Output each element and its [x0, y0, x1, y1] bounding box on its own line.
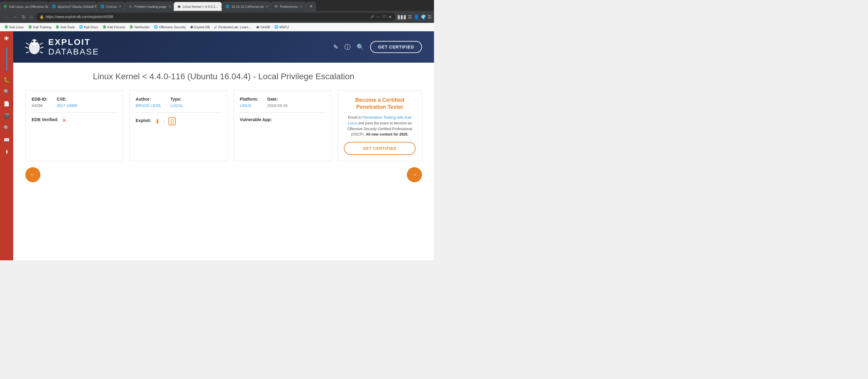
sidebar-icon-bug[interactable]: 🐛 [2, 75, 11, 84]
tab-close-kernel[interactable]: ✕ [266, 4, 269, 9]
bookmark-ghdb[interactable]: 🕷 GHDB [254, 25, 272, 30]
left-sidebar: 🕷 🐛 🔍 📄 🎬 🔍 📖 ⬆ [0, 31, 13, 260]
platform-label: Platform: [240, 97, 258, 101]
raw-icon[interactable]: {} [168, 117, 176, 125]
bookmark-label-nethunter: NetHunter [134, 25, 150, 29]
sidebar-icon-doc[interactable]: 📄 [2, 99, 11, 108]
exploit-title: Linux Kernel < 4.4.0-116 (Ubuntu 16.04.4… [25, 72, 422, 81]
sidebar-toggle-icon[interactable]: ☰ [408, 14, 412, 19]
sidebar-icon-spider[interactable]: 🕷 [2, 34, 11, 43]
tab-kernel-txt[interactable]: 🌐 10.10.10.13/Kernel.txt ✕ [222, 2, 270, 11]
sidebar-icon-book[interactable]: 📖 [2, 135, 11, 145]
reload-button[interactable]: ↻ [21, 13, 27, 21]
address-bar-row: ← → ↻ ⌂ 🔒 https://www.exploit-db.com/exp… [0, 11, 434, 23]
platform-value[interactable]: LINUX [240, 103, 258, 108]
get-certified-card-button[interactable]: GET CERTIFIED [344, 142, 415, 155]
bookmark-star-icon[interactable]: ★ [389, 15, 392, 19]
info-card-edb-top: EDB-ID: 44298 CVE: 2017-16995 [32, 97, 117, 113]
tab-close-prefs[interactable]: ✕ [300, 4, 303, 9]
header-search-icon[interactable]: 🔍 [356, 43, 364, 51]
info-card-edb-bottom: EDB Verified: ✕ [32, 113, 117, 124]
type-label: Type: [170, 97, 184, 101]
type-value[interactable]: LOCAL [170, 103, 184, 108]
bookmark-label-tools: Kali Tools [61, 25, 75, 29]
tab-close-problem[interactable]: ✕ [168, 4, 172, 9]
site-header: EXPLOIT DATABASE ✎ ⓘ 🔍 GET CERTIFIED [13, 31, 434, 63]
date-label: Date: [267, 97, 287, 101]
bookmark-label-edb: Exploit-DB [194, 25, 210, 29]
logo-exploit: EXPLOIT [48, 37, 99, 47]
tab-problem[interactable]: ⚠ Problem loading page ✕ [125, 2, 173, 11]
verified-x-icon: ✕ [62, 117, 67, 124]
bookmark-label-ghdb: GHDB [260, 25, 270, 29]
more-options-icon[interactable]: ⋯ [376, 15, 380, 19]
bookmark-kali-training[interactable]: 🐉 Kali Training [26, 24, 53, 30]
svg-line-4 [25, 47, 28, 48]
new-tab-button[interactable]: + [306, 2, 316, 11]
bookmark-kali-tools[interactable]: 🐉 Kali Tools [54, 24, 76, 30]
tab-close-cronos[interactable]: ✕ [119, 4, 121, 9]
info-card-platform: Platform: LINUX Date: 2018-03-16 Vulnera… [234, 90, 332, 161]
bookmark-offensive-security[interactable]: 🌐 Offensive Security [152, 24, 187, 30]
bookmark-kali-forums[interactable]: 🐉 Kali Forums [101, 24, 127, 30]
cve-value[interactable]: 2017-16995 [57, 103, 78, 108]
home-button[interactable]: ⌂ [29, 13, 34, 21]
svg-line-7 [40, 52, 43, 53]
tab-favicon-cronos: 🌐 [100, 4, 104, 9]
tab-favicon-problem: ⚠ [128, 4, 133, 9]
tab-exploit-db[interactable]: 🕷 Linux Kernel < 4.4.0-1... ✕ [174, 2, 222, 11]
profile-icon[interactable]: 👤 [414, 14, 419, 19]
tab-cronos[interactable]: 🌐 Cronos ✕ [97, 2, 125, 11]
author-value[interactable]: BRUCE LEIDL [135, 103, 161, 108]
bookmark-icon-msfu: 🌐 [274, 25, 278, 29]
tab-apache2[interactable]: 🌐 Apache2 Ubuntu Default P... ✕ [49, 2, 97, 11]
bookmark-kali-docs[interactable]: 🌐 Kali Docs [77, 24, 100, 30]
header-actions: ✎ ⓘ 🔍 GET CERTIFIED [333, 41, 422, 53]
tab-kali-linux[interactable]: 🐉 Kali Linux, an Offensive Se... ✕ [0, 2, 48, 11]
info-icon[interactable]: ⓘ [344, 43, 350, 51]
verified-label: EDB Verified: [32, 117, 59, 122]
download-icon[interactable]: ⬇ [155, 118, 160, 125]
cve-field: CVE: 2017-16995 [57, 97, 78, 108]
stats-icon[interactable]: ✎ [333, 43, 338, 51]
bookmark-msfu[interactable]: 🌐 MSFU [273, 24, 290, 30]
tab-label-exploit: Linux Kernel < 4.4.0-1... [183, 5, 218, 8]
author-field: Author: BRUCE LEIDL [135, 97, 161, 108]
info-grid: EDB-ID: 44298 CVE: 2017-16995 EDB Verifi… [25, 90, 422, 161]
back-button[interactable]: ← [2, 13, 10, 21]
next-button[interactable]: → [407, 167, 422, 182]
bookmark-nethunter[interactable]: 🐉 NetHunter [127, 24, 151, 30]
bookmark-pentesterlab[interactable]: 🖊 PentesterLab: Learn ... [212, 25, 254, 30]
reader-mode-icon[interactable]: ☍ [370, 15, 374, 19]
bookmark-label-plab: PentesterLab: Learn ... [218, 25, 252, 29]
cert-desc-bold: All new content for 2020. [366, 132, 408, 136]
shield-icon[interactable]: 🛡 [382, 15, 386, 19]
tab-label-kernel: 10.10.10.13/Kernel.txt [231, 5, 264, 8]
platform-field: Platform: LINUX [240, 97, 258, 108]
bookmark-label-forums: Kali Forums [107, 25, 125, 29]
containers-icon[interactable]: ▮▮▮ [397, 13, 406, 20]
logo-text: EXPLOIT DATABASE [48, 37, 99, 57]
edb-id-field: EDB-ID: 44298 [32, 97, 48, 108]
tab-preferences[interactable]: ⚙ Preferences ✕ [271, 2, 306, 11]
sidebar-icon-search2[interactable]: 🔍 [2, 123, 11, 132]
tab-close-exploit[interactable]: ✕ [220, 4, 222, 9]
bookmark-kali-linux[interactable]: 🐉 Kali Linux [2, 24, 26, 30]
menu-icon[interactable]: ☰ [428, 14, 432, 19]
svg-point-9 [35, 41, 37, 42]
bookmark-icon-tools: 🐉 [56, 25, 60, 29]
forward-button[interactable]: → [11, 13, 19, 21]
navigation-arrows: ← → [25, 161, 422, 188]
get-certified-header-button[interactable]: GET CERTIFIED [370, 41, 422, 53]
address-bar[interactable]: 🔒 https://www.exploit-db.com/exploits/44… [36, 13, 396, 21]
bookmark-exploit-db[interactable]: 🕷 Exploit-DB [188, 25, 212, 30]
previous-button[interactable]: ← [25, 167, 40, 182]
avatar-icon[interactable]: 🌍 [421, 14, 426, 19]
sidebar-icon-search[interactable]: 🔍 [2, 87, 11, 96]
logo-area: EXPLOIT DATABASE [25, 37, 99, 57]
sidebar-icon-film[interactable]: 🎬 [2, 111, 11, 121]
bookmark-label-offsec: Offensive Security [159, 25, 186, 29]
security-icon: 🔒 [39, 15, 44, 19]
info-card-author-top: Author: BRUCE LEIDL Type: LOCAL [135, 97, 221, 113]
sidebar-icon-upload[interactable]: ⬆ [2, 147, 11, 157]
